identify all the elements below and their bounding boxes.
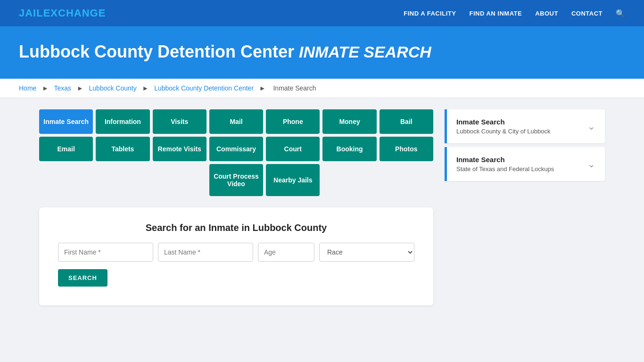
breadcrumb-home[interactable]: Home [19, 84, 36, 92]
main-content: Inmate Search Information Visits Mail Ph… [20, 109, 624, 305]
tab-court-process-video[interactable]: Court Process Video [209, 164, 263, 196]
sidebar-card-state-subtitle: State of Texas and Federal Lockups [456, 165, 554, 173]
sidebar-card-lubbock-title: Inmate Search [456, 118, 550, 126]
sidebar-card-lubbock-subtitle: Lubbock County & City of Lubbock [456, 128, 550, 135]
search-form-container: Search for an Inmate in Lubbock County R… [39, 207, 433, 305]
age-input[interactable] [258, 243, 314, 262]
tab-row-2: Email Tablets Remote Visits Commissary C… [39, 137, 433, 161]
chevron-down-icon-2[interactable]: ⌄ [587, 158, 595, 170]
hero-banner: Lubbock County Detention Center INMATE S… [0, 26, 644, 79]
breadcrumb-lubbock-county[interactable]: Lubbock County [89, 84, 137, 92]
breadcrumb-current: Inmate Search [273, 84, 316, 92]
last-name-input[interactable] [158, 243, 253, 262]
sidebar: Inmate Search Lubbock County & City of L… [445, 109, 605, 185]
race-select[interactable]: Race White Black Hispanic Asian Other [319, 243, 414, 262]
tab-court[interactable]: Court [266, 137, 320, 161]
tab-photos[interactable]: Photos [380, 137, 433, 161]
tab-commissary[interactable]: Commissary [209, 137, 263, 161]
site-header: JAILEXCHANGE FIND A FACILITY FIND AN INM… [0, 0, 644, 26]
tab-information[interactable]: Information [96, 109, 149, 134]
tab-nearby-jails[interactable]: Nearby Jails [266, 164, 320, 196]
tab-booking[interactable]: Booking [322, 137, 376, 161]
chevron-down-icon[interactable]: ⌄ [587, 121, 595, 132]
facility-name: Lubbock County Detention Center [19, 42, 294, 61]
logo[interactable]: JAILEXCHANGE [19, 7, 106, 19]
sidebar-card-state-title: Inmate Search [456, 156, 554, 164]
tab-phone[interactable]: Phone [266, 109, 320, 134]
logo-jail: JAIL [19, 7, 43, 19]
tab-tablets[interactable]: Tablets [96, 137, 149, 161]
breadcrumb-facility[interactable]: Lubbock County Detention Center [154, 84, 254, 92]
search-icon[interactable]: 🔍 [616, 9, 625, 18]
tab-row-1: Inmate Search Information Visits Mail Ph… [39, 109, 433, 134]
breadcrumb: Home ► Texas ► Lubbock County ► Lubbock … [0, 79, 644, 98]
nav-about[interactable]: ABOUT [535, 10, 558, 17]
tab-inmate-search[interactable]: Inmate Search [39, 109, 93, 134]
sidebar-card-state[interactable]: Inmate Search State of Texas and Federal… [445, 147, 605, 181]
tab-visits[interactable]: Visits [153, 109, 206, 134]
tab-email[interactable]: Email [39, 137, 93, 161]
main-nav: FIND A FACILITY FIND AN INMATE ABOUT CON… [404, 9, 625, 18]
nav-find-inmate[interactable]: FIND AN INMATE [469, 10, 522, 17]
tab-mail[interactable]: Mail [209, 109, 263, 134]
search-button[interactable]: SEARCH [58, 269, 107, 287]
search-fields-row: Race White Black Hispanic Asian Other [58, 243, 414, 262]
page-subtitle: INMATE SEARCH [299, 43, 431, 61]
sidebar-card-lubbock[interactable]: Inmate Search Lubbock County & City of L… [445, 109, 605, 143]
page-title: Lubbock County Detention Center INMATE S… [19, 41, 625, 62]
nav-find-facility[interactable]: FIND A FACILITY [404, 10, 456, 17]
tab-remote-visits[interactable]: Remote Visits [153, 137, 206, 161]
tab-money[interactable]: Money [322, 109, 376, 134]
logo-exchange: EXCHANGE [43, 7, 106, 19]
first-name-input[interactable] [58, 243, 153, 262]
nav-contact[interactable]: CONTACT [571, 10, 603, 17]
breadcrumb-texas[interactable]: Texas [54, 84, 72, 92]
content-area: Inmate Search Information Visits Mail Ph… [39, 109, 433, 305]
tab-row-3: Court Process Video Nearby Jails [39, 164, 433, 196]
search-form-title: Search for an Inmate in Lubbock County [58, 222, 414, 233]
tab-bail[interactable]: Bail [380, 109, 433, 134]
